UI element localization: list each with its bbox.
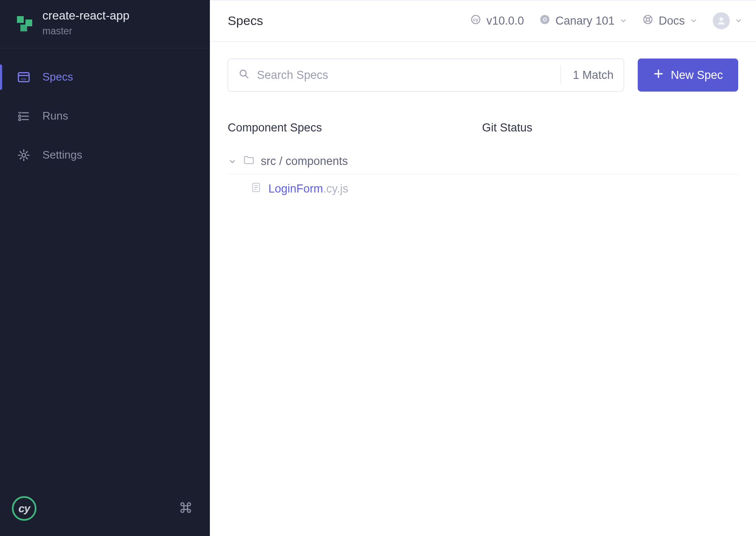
svg-point-16: [720, 17, 723, 21]
sidebar-nav: <> Specs Runs: [0, 48, 210, 172]
folder-path: src / components: [261, 155, 348, 168]
avatar: [713, 12, 730, 29]
plus-icon: [653, 68, 664, 82]
svg-point-13: [544, 18, 546, 20]
tree-file[interactable]: LoginForm.cy.js: [228, 174, 738, 201]
column-name: Component Specs: [228, 121, 482, 134]
column-git: Git Status: [482, 121, 738, 134]
docs-label: Docs: [658, 14, 685, 28]
columns-header: Component Specs Git Status: [228, 121, 738, 134]
svg-point-15: [647, 18, 650, 21]
chevron-down-icon: [619, 14, 627, 28]
runs-icon: [17, 109, 31, 123]
sidebar-footer: cy: [0, 484, 210, 536]
chevron-down-icon: [228, 157, 237, 166]
browser-selector[interactable]: Canary 101: [539, 14, 628, 28]
svg-text:<>: <>: [21, 76, 26, 82]
svg-text:cy: cy: [473, 17, 478, 22]
sidebar-header: create-react-app master: [0, 0, 210, 48]
sidebar-item-specs[interactable]: <> Specs: [0, 60, 210, 94]
chevron-down-icon: [690, 14, 697, 28]
docs-link[interactable]: Docs: [642, 14, 697, 28]
sidebar-item-settings[interactable]: Settings: [0, 138, 210, 172]
browser-name: Canary 101: [555, 14, 615, 28]
sidebar-item-label: Specs: [42, 70, 73, 84]
user-menu[interactable]: [713, 12, 742, 29]
project-branch: master: [42, 25, 129, 37]
version-text: v10.0.0: [486, 14, 524, 28]
project-logo: [17, 16, 32, 31]
specs-icon: <>: [17, 70, 31, 84]
settings-icon: [17, 148, 31, 162]
spec-tree: src / components LoginForm.cy.js: [228, 149, 738, 201]
folder-icon: [243, 154, 255, 169]
file-name-base: LoginForm: [268, 182, 323, 195]
main: Specs cy v10.0.0 Canary 101: [210, 0, 756, 536]
file-name-ext: .cy.js: [323, 182, 349, 195]
toolbar: 1 Match New Spec: [228, 59, 738, 92]
svg-line-18: [245, 75, 248, 78]
sidebar-item-label: Runs: [42, 109, 68, 123]
sidebar-item-runs[interactable]: Runs: [0, 99, 210, 133]
match-count: 1 Match: [561, 65, 614, 85]
content: 1 Match New Spec Component Specs Git Sta…: [210, 42, 756, 218]
browser-icon: [539, 14, 550, 28]
cypress-logo[interactable]: cy: [12, 496, 36, 521]
search-icon: [238, 68, 249, 82]
cypress-badge-icon: cy: [470, 14, 481, 28]
search-input[interactable]: [257, 69, 561, 82]
lifering-icon: [642, 14, 653, 28]
search-field[interactable]: 1 Match: [228, 59, 624, 92]
spec-file-icon: [251, 182, 262, 196]
chevron-down-icon: [735, 14, 742, 28]
sidebar-item-label: Settings: [42, 148, 82, 162]
svg-point-8: [22, 153, 26, 157]
topbar: Specs cy v10.0.0 Canary 101: [210, 0, 756, 42]
svg-rect-6: [19, 115, 21, 117]
project-name: create-react-app: [42, 8, 129, 23]
sidebar: create-react-app master <> Specs: [0, 0, 210, 536]
svg-point-7: [19, 118, 21, 120]
page-title: Specs: [228, 14, 263, 28]
keyboard-shortcuts-icon[interactable]: [179, 500, 193, 516]
new-spec-button[interactable]: New Spec: [638, 59, 738, 92]
version-indicator[interactable]: cy v10.0.0: [470, 14, 524, 28]
new-spec-label: New Spec: [671, 69, 723, 82]
tree-folder[interactable]: src / components: [228, 149, 738, 174]
